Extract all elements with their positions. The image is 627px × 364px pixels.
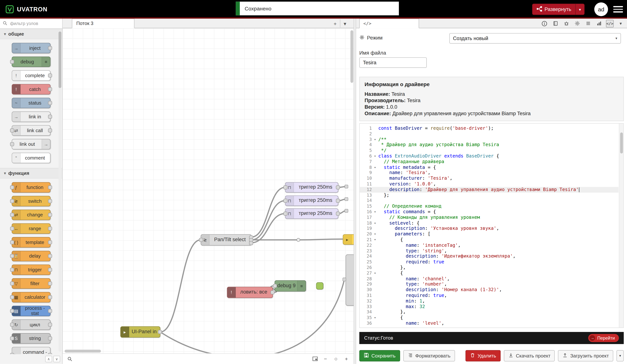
port-left[interactable] bbox=[283, 185, 288, 190]
code-line-31[interactable]: 31 required: true, bbox=[360, 293, 619, 298]
upload-project-button[interactable]: Загрузить проект bbox=[558, 350, 613, 362]
fold-icon[interactable]: ▾ bbox=[372, 237, 378, 243]
canvas-vscrollbar-thumb[interactable] bbox=[351, 30, 353, 83]
code-line-26[interactable]: 26 }, bbox=[360, 265, 619, 270]
palette-node-delay[interactable]: ⌛delay bbox=[12, 251, 51, 261]
flow-node-catch-all[interactable]: !ловить: все bbox=[227, 287, 273, 298]
flow-node-trigger-250ms-2[interactable]: ⊓триггер 250ms bbox=[285, 196, 338, 206]
code-line-1[interactable]: 1const BaseDriver = require('base-driver… bbox=[360, 126, 619, 131]
port-left[interactable] bbox=[10, 227, 14, 231]
deploy-caret-button[interactable]: ▾ bbox=[575, 4, 584, 14]
port-left[interactable] bbox=[10, 185, 14, 190]
flow-list-button[interactable]: ▾ bbox=[340, 19, 350, 27]
palette-node-link-call[interactable]: ⇄link call bbox=[12, 125, 51, 136]
deploy-button[interactable]: Развернуть ▾ bbox=[532, 4, 584, 15]
palette-node-range[interactable]: ↔range bbox=[12, 223, 51, 234]
fold-icon[interactable]: ▾ bbox=[372, 270, 378, 276]
panel-menu-caret[interactable]: ▾ bbox=[617, 20, 625, 27]
wire-port[interactable] bbox=[345, 185, 348, 188]
port-left[interactable] bbox=[10, 60, 14, 64]
tab-code-editor[interactable]: </> bbox=[359, 19, 419, 28]
palette-scrollbar-thumb[interactable] bbox=[58, 32, 61, 88]
port-right[interactable] bbox=[48, 309, 52, 313]
port-left[interactable] bbox=[199, 238, 203, 242]
canvas-hscrollbar[interactable] bbox=[64, 350, 348, 353]
palette-node-calculator[interactable]: ▦calculator bbox=[12, 292, 51, 303]
docs-icon[interactable] bbox=[552, 20, 559, 27]
zoom-reset-button[interactable]: ○ bbox=[332, 355, 340, 363]
port-left[interactable] bbox=[10, 323, 14, 327]
palette-node-status[interactable]: ~status bbox=[12, 98, 51, 108]
fold-icon[interactable]: ▾ bbox=[372, 164, 378, 170]
download-project-button[interactable]: Скачать проект bbox=[504, 350, 555, 362]
port-right[interactable] bbox=[48, 254, 52, 258]
goto-button[interactable]: → Перейти bbox=[588, 334, 619, 342]
port-left[interactable] bbox=[10, 199, 14, 203]
zoom-in-button[interactable]: + bbox=[342, 355, 350, 363]
fold-icon[interactable]: ▾ bbox=[372, 209, 378, 215]
palette-search-input[interactable] bbox=[9, 21, 54, 26]
code-line-16[interactable]: 16▾ static commands = { bbox=[360, 209, 619, 215]
code-line-14[interactable]: 14 bbox=[360, 198, 619, 204]
port-right[interactable] bbox=[48, 87, 52, 91]
code-line-15[interactable]: 15 // Определение команд bbox=[360, 204, 619, 209]
port-right[interactable] bbox=[48, 128, 52, 133]
port-left[interactable] bbox=[283, 211, 288, 216]
port-right[interactable] bbox=[48, 336, 52, 341]
palette-node-change[interactable]: ⇄change bbox=[12, 210, 51, 220]
port-left[interactable] bbox=[10, 142, 14, 146]
code-line-3[interactable]: 3▾/** bbox=[360, 137, 619, 142]
zoom-search-button[interactable] bbox=[66, 355, 74, 363]
port-right[interactable] bbox=[336, 211, 340, 216]
palette-node-complete[interactable]: !complete bbox=[12, 70, 51, 81]
fold-icon[interactable]: ▾ bbox=[372, 220, 378, 226]
avatar[interactable]: ad bbox=[594, 2, 608, 16]
palette-node-debug[interactable]: ≡debug bbox=[12, 56, 51, 67]
wire-port[interactable] bbox=[342, 278, 346, 281]
code-line-8[interactable]: 8▾ static metadata = { bbox=[360, 164, 619, 170]
code-line-25[interactable]: 25 required: true bbox=[360, 259, 619, 265]
flow-node-trigger-250ms-1[interactable]: ⊓триггер 250ms bbox=[285, 182, 338, 193]
wire-junction[interactable] bbox=[296, 238, 300, 242]
palette-scroll-up-button[interactable]: ∧ bbox=[45, 356, 52, 362]
code-line-4[interactable]: 4 * Драйвер для аудио устройства Biamp T… bbox=[360, 142, 619, 148]
code-line-34[interactable]: 34 }, bbox=[360, 310, 619, 315]
actions-menu-caret[interactable]: ▾ bbox=[617, 350, 624, 362]
chart-icon[interactable] bbox=[595, 20, 603, 27]
menu-button[interactable] bbox=[613, 6, 623, 13]
mode-select[interactable]: Создать новый ▾ bbox=[449, 33, 621, 44]
port-left[interactable] bbox=[10, 295, 14, 299]
code-line-23[interactable]: 23 type: 'string', bbox=[360, 248, 619, 254]
port-left[interactable] bbox=[10, 281, 14, 286]
port-right[interactable] bbox=[48, 115, 52, 119]
port-right[interactable] bbox=[48, 281, 52, 286]
code-line-17[interactable]: 17 // Команды для управления уровнем bbox=[360, 215, 619, 220]
port-right[interactable] bbox=[48, 323, 52, 327]
port-right[interactable] bbox=[48, 46, 52, 50]
panel-splitter[interactable] bbox=[354, 19, 356, 364]
flow-node-debug-9[interactable]: ≡debug 9 bbox=[274, 280, 306, 292]
palette-node-function[interactable]: ƒfunction bbox=[12, 182, 51, 193]
flow-node-trigger-250ms-3[interactable]: ⊓триггер 250ms bbox=[285, 208, 338, 219]
port-right[interactable] bbox=[48, 199, 52, 203]
flow-tab-potok-3[interactable]: Поток 3 bbox=[72, 19, 135, 28]
port-right[interactable] bbox=[48, 227, 52, 231]
code-line-6[interactable]: 6▾class ExtronAudioDriver extends BaseDr… bbox=[360, 154, 619, 159]
code-line-9[interactable]: 9 name: 'Tesira', bbox=[360, 170, 619, 176]
palette-section-header[interactable]: ▾функция bbox=[0, 168, 62, 178]
save-button[interactable]: Сохранить bbox=[359, 350, 400, 362]
bug-icon[interactable] bbox=[562, 20, 570, 27]
code-line-5[interactable]: 5 */ bbox=[360, 148, 619, 154]
palette-section-header[interactable]: ▾общие bbox=[0, 29, 62, 39]
code-line-20[interactable]: 20▾ parameters: [ bbox=[360, 231, 619, 237]
palette-node-inject[interactable]: →inject bbox=[12, 43, 51, 53]
flow-node-debug-9-toggle[interactable] bbox=[316, 282, 323, 290]
filename-input[interactable] bbox=[359, 57, 427, 68]
palette-node-link-out[interactable]: →link out bbox=[12, 139, 51, 149]
fold-icon[interactable]: ▾ bbox=[372, 154, 378, 159]
format-button[interactable]: Форматировать bbox=[403, 350, 455, 362]
palette-node-template[interactable]: { }template bbox=[12, 237, 51, 248]
port-right[interactable] bbox=[270, 290, 275, 295]
code-line-32[interactable]: 32 min: 1, bbox=[360, 298, 619, 304]
editor-scrollbar-thumb[interactable] bbox=[620, 133, 623, 154]
